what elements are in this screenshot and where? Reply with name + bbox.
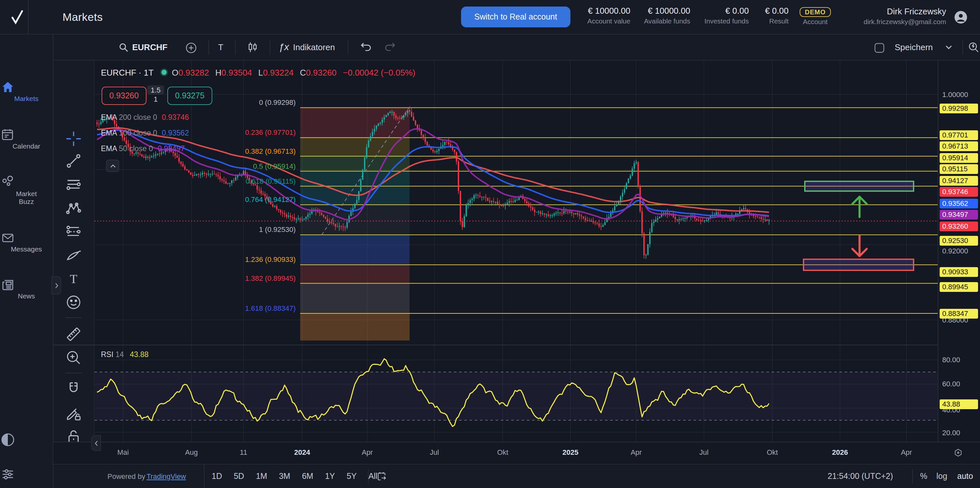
prediction-tool[interactable] bbox=[64, 222, 83, 241]
ema-100-row[interactable]: EMA 100 close 0 0.93562 bbox=[101, 129, 189, 137]
compare-add-button[interactable] bbox=[186, 42, 197, 53]
toolbar-divider bbox=[65, 373, 82, 373]
time-axis-tick: Okt bbox=[758, 448, 787, 456]
range-5y[interactable]: 5Y bbox=[344, 470, 360, 483]
range-1d[interactable]: 1D bbox=[208, 470, 225, 483]
avatar[interactable] bbox=[954, 10, 967, 24]
ema-200-line[interactable] bbox=[97, 128, 769, 212]
chevron-right-icon bbox=[54, 282, 58, 288]
chart-legend[interactable]: EURCHF · 1T O0.93282 H0.93504 L0.93224 C… bbox=[101, 68, 415, 78]
ema-params: 200 close 0 bbox=[119, 113, 157, 121]
time-axis-tick: 2024 bbox=[288, 448, 317, 456]
log-scale-button[interactable]: log bbox=[933, 470, 950, 483]
price-scale-label: 0.89945 bbox=[940, 282, 978, 292]
rsi-period: 14 bbox=[116, 351, 124, 358]
time-axis[interactable]: MaiAug112024AprJulOkt2025AprJulOkt2026Ap… bbox=[53, 442, 980, 464]
pane-separator[interactable] bbox=[53, 344, 980, 345]
sidebar-item-calendar[interactable]: Calendar bbox=[0, 127, 53, 150]
toolbar-divider bbox=[65, 317, 82, 318]
range-1y[interactable]: 1Y bbox=[322, 470, 338, 483]
stat-available-funds: € 10000.00 Available funds bbox=[644, 5, 690, 26]
range-5d[interactable]: 5D bbox=[231, 470, 247, 483]
interval-button[interactable]: T bbox=[218, 42, 223, 52]
ema-100-line[interactable] bbox=[97, 130, 769, 216]
main-chart-plot[interactable] bbox=[94, 61, 938, 345]
tradingview-link[interactable]: TradingView bbox=[146, 472, 186, 480]
drawing-toolbar: T bbox=[53, 61, 94, 442]
sidebar-item-news[interactable]: News bbox=[0, 276, 53, 300]
user-info[interactable]: Dirk Friczewsky dirk.friczewsky@gmail.co… bbox=[864, 6, 946, 26]
goto-date-button[interactable] bbox=[376, 470, 387, 482]
symbol-name[interactable]: EURCHF bbox=[132, 42, 167, 52]
zoom-in-tool[interactable] bbox=[64, 349, 83, 367]
price-scale-label: 0.90933 bbox=[940, 267, 978, 277]
settings-sliders[interactable] bbox=[0, 467, 53, 482]
sliders-icon bbox=[0, 467, 53, 482]
measure-tool[interactable] bbox=[64, 325, 83, 343]
redo-icon bbox=[383, 42, 396, 53]
rsi-band bbox=[94, 372, 938, 420]
undo-button[interactable] bbox=[360, 42, 372, 53]
emoji-tool[interactable] bbox=[64, 293, 83, 311]
time-axis-tick: 2025 bbox=[556, 448, 585, 456]
drawing-lock-tool[interactable] bbox=[64, 405, 83, 423]
trend-line-tool[interactable] bbox=[64, 152, 83, 170]
sidebar-item-markets[interactable]: Markets bbox=[0, 80, 53, 102]
ema-value: 0.93497 bbox=[158, 145, 185, 153]
percent-scale-button[interactable]: % bbox=[917, 470, 931, 483]
range-3m[interactable]: 3M bbox=[276, 470, 294, 483]
symbol-search-button[interactable] bbox=[119, 42, 129, 53]
rsi-pane[interactable] bbox=[94, 345, 938, 442]
up-arrow[interactable] bbox=[853, 197, 867, 217]
crosshair-tool[interactable] bbox=[64, 130, 83, 148]
redo-button[interactable] bbox=[383, 42, 396, 53]
ema-50-line[interactable] bbox=[97, 129, 769, 220]
quick-search-button[interactable] bbox=[967, 42, 979, 53]
save-button[interactable]: Speichern bbox=[895, 42, 933, 52]
ema-50-row[interactable]: EMA 50 close 0 0.93497 bbox=[101, 145, 185, 153]
stat-result: € 0.00 Result bbox=[765, 5, 789, 26]
magnet-tool[interactable] bbox=[64, 380, 83, 398]
theme-toggle[interactable] bbox=[0, 432, 53, 448]
rsi-legend[interactable]: RSI 14 43.88 bbox=[101, 351, 148, 358]
indicators-button[interactable]: Indikatoren bbox=[293, 42, 335, 52]
range-6m[interactable]: 6M bbox=[299, 470, 317, 483]
price-scale-label: 0.93497 bbox=[940, 209, 978, 219]
watchlist-expand-tab[interactable] bbox=[51, 276, 61, 295]
price-scale-label: 0.94127 bbox=[940, 175, 978, 185]
price-scale-label: 0.95115 bbox=[940, 164, 978, 174]
text-tool[interactable]: T bbox=[64, 270, 83, 288]
toolbar-collapse-tab[interactable] bbox=[91, 435, 101, 451]
clock[interactable]: 21:54:00 (UTC+2) bbox=[827, 472, 893, 481]
auto-scale-button[interactable]: auto bbox=[954, 470, 977, 483]
sidebar-item-market-buzz[interactable]: Market Buzz bbox=[0, 174, 53, 205]
brush-tool[interactable] bbox=[64, 246, 83, 265]
fib-lines-tool[interactable] bbox=[64, 176, 83, 194]
legend-collapse-button[interactable] bbox=[106, 159, 119, 172]
powered-by-text: Powered by bbox=[107, 472, 145, 480]
resistance-zone[interactable] bbox=[805, 182, 913, 191]
bubbles-icon bbox=[0, 174, 53, 190]
account-type[interactable]: DEMO Account bbox=[800, 5, 831, 26]
sidebar-label: Buzz bbox=[0, 198, 53, 205]
legend-symbol[interactable]: EURCHF · 1T bbox=[101, 68, 153, 78]
sell-button[interactable]: 0.93260 bbox=[102, 87, 146, 105]
demo-badge: DEMO bbox=[800, 7, 831, 17]
scale-settings-hexagon-icon[interactable] bbox=[953, 448, 964, 459]
xabcd-pattern-tool[interactable] bbox=[64, 199, 83, 218]
support-zone[interactable] bbox=[803, 259, 913, 270]
chart-style-button[interactable] bbox=[247, 42, 258, 53]
layout-select-button[interactable] bbox=[874, 42, 885, 53]
down-arrow[interactable] bbox=[853, 236, 867, 256]
ema-200-row[interactable]: EMA 200 close 0 0.93746 bbox=[101, 113, 189, 122]
range-1m[interactable]: 1M bbox=[253, 470, 270, 483]
chevron-down-icon[interactable] bbox=[945, 45, 952, 49]
sidebar-item-messages[interactable]: Messages bbox=[0, 231, 53, 253]
buy-button[interactable]: 0.93275 bbox=[167, 87, 212, 105]
time-axis-tick: Apr bbox=[622, 448, 651, 456]
switch-to-real-button[interactable]: Switch to Real account bbox=[461, 6, 570, 27]
ema-params: 100 close 0 bbox=[119, 129, 157, 137]
price-scale[interactable]: 1.000000.920000.880000.992980.977010.967… bbox=[938, 61, 980, 442]
price-scale-label: 0.99298 bbox=[940, 103, 978, 113]
ohlc-h-key: H bbox=[215, 68, 221, 78]
